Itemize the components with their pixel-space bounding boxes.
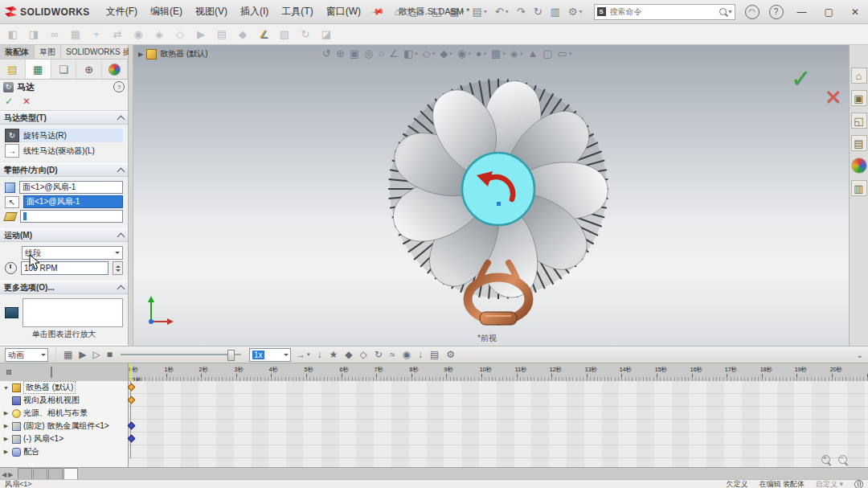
search-icon[interactable] xyxy=(719,8,727,15)
key-diamond[interactable] xyxy=(128,422,136,430)
tab-scroll-buttons[interactable]: ◀▶ xyxy=(2,471,13,479)
文件(F)[interactable]: 文件(F) xyxy=(106,5,137,18)
propertymanager-tab[interactable]: ▦ xyxy=(26,59,51,79)
motor-direction-field[interactable]: 面<1>@风扇-1 xyxy=(23,195,123,208)
help-icon[interactable]: ? xyxy=(769,5,784,19)
animation-wizard-icon[interactable]: ★ xyxy=(330,349,338,360)
filter-selected-icon[interactable] xyxy=(38,370,43,375)
section-motor-type[interactable]: 马达类型(T) xyxy=(0,111,128,125)
插入(I)[interactable]: 插入(I) xyxy=(240,5,268,18)
cancel-button[interactable]: ✕ xyxy=(23,96,31,107)
timeline-zoom-out-icon[interactable]: − xyxy=(838,455,847,464)
calculate-icon[interactable]: ▦ xyxy=(63,349,72,360)
stop-icon[interactable]: ■ xyxy=(107,349,113,360)
user-account-icon[interactable]: ◠ xyxy=(745,5,760,19)
pin-icon[interactable]: 📌 xyxy=(370,4,385,19)
measure-icon[interactable]: ∠ xyxy=(254,27,273,43)
edit-component-icon[interactable]: ◧ xyxy=(3,27,23,43)
study-tab[interactable] xyxy=(63,468,78,479)
pm-help-icon[interactable]: ? xyxy=(113,81,125,92)
collapse-motionmanager-icon[interactable]: ⌄ xyxy=(857,351,863,359)
section-icon[interactable]: ◪ xyxy=(317,27,336,43)
tree-row[interactable]: ▶ (固定) 散热金属组件<1> xyxy=(0,420,128,433)
smart-fasteners-icon[interactable]: + xyxy=(87,27,106,43)
expand-arrow-icon[interactable]: ▶ xyxy=(2,410,10,416)
playback-speed-combo[interactable]: 1x xyxy=(249,348,291,362)
linear-motor-option[interactable]: → 线性马达(驱动器)(L) xyxy=(5,144,123,158)
command-search[interactable]: S ▾ xyxy=(594,4,735,20)
study-tab[interactable] xyxy=(33,468,47,479)
motor-location-field[interactable]: 面<1>@风扇-1 xyxy=(19,181,123,194)
resources-home-icon[interactable]: ⌂ xyxy=(851,68,867,84)
contact-icon[interactable]: ◉ xyxy=(402,349,410,360)
interference-detection-icon[interactable]: ▧ xyxy=(275,27,294,43)
key-diamond[interactable] xyxy=(128,396,136,404)
motor-icon[interactable]: ↻ xyxy=(375,349,383,360)
zoom-fit-icon[interactable]: ⊕ xyxy=(336,47,345,59)
play-from-start-icon[interactable]: ▶ xyxy=(79,349,86,360)
expand-arrow-icon[interactable]: ▶ xyxy=(138,51,143,58)
save-icon[interactable]: ▦ xyxy=(449,6,464,18)
new-file-icon[interactable]: ▢ xyxy=(409,6,424,18)
linear-component-pattern-icon[interactable]: ▦ xyxy=(66,27,85,43)
mate-icon[interactable]: ∞ xyxy=(45,27,64,43)
new-motion-study-icon[interactable]: ▶ xyxy=(191,27,211,43)
file-explorer-icon[interactable]: ◱ xyxy=(851,113,867,129)
home-icon[interactable]: ⌂ xyxy=(395,6,401,18)
confirmation-ok-icon[interactable]: ✓ xyxy=(791,64,811,92)
exploded-view-icon[interactable]: ◆ xyxy=(233,27,252,43)
globe-icon[interactable] xyxy=(854,480,863,488)
section-component-direction[interactable]: 零部件/方向(D) xyxy=(0,163,128,177)
options-gear-icon[interactable]: ⚙ xyxy=(568,6,583,18)
filter-driving-icon[interactable] xyxy=(27,370,32,375)
gravity-icon[interactable]: ↓ xyxy=(418,349,423,360)
ok-button[interactable]: ✓ xyxy=(5,96,13,107)
component-to-move-field[interactable] xyxy=(20,210,123,223)
redo-icon[interactable]: ↷ xyxy=(517,6,526,18)
add-key-icon[interactable]: ◇ xyxy=(360,349,367,360)
show-hidden-components-icon[interactable]: ◉ xyxy=(129,27,148,43)
tree-row[interactable]: ▶ 配合 xyxy=(0,445,128,458)
flyout-feature-tree[interactable]: ▶ 散热器 (默认) xyxy=(138,48,208,59)
speed-field[interactable]: 100 RPM xyxy=(21,261,108,275)
tab-sketch[interactable]: 草图 xyxy=(35,45,61,59)
编辑(E)[interactable]: 编辑(E) xyxy=(150,5,182,18)
tree-row[interactable]: ▶ 光源、相机与布景 xyxy=(0,407,128,420)
view-palette-icon[interactable]: ▤ xyxy=(851,135,867,151)
insert-components-icon[interactable]: ◨ xyxy=(24,27,43,43)
play-icon[interactable]: ▷ xyxy=(93,349,100,360)
expand-arrow-icon[interactable]: ▶ xyxy=(2,449,10,455)
design-library-icon[interactable]: ▣ xyxy=(851,90,867,106)
undo-view-icon[interactable]: ↺ xyxy=(322,47,331,59)
custom-properties-icon[interactable]: ▥ xyxy=(851,180,867,196)
slider-knob[interactable] xyxy=(227,350,235,361)
工具(T)[interactable]: 工具(T) xyxy=(281,5,313,18)
timeline-slider[interactable] xyxy=(121,354,241,355)
timeline-zoom-in-icon[interactable]: + xyxy=(821,455,830,464)
expand-arrow-icon[interactable]: ▶ xyxy=(2,436,10,442)
tab-assembly[interactable]: 装配体 xyxy=(0,45,35,59)
filter-all-icon[interactable] xyxy=(6,370,11,375)
sheet-icon[interactable]: ▥ xyxy=(551,6,560,18)
open-icon[interactable]: ◱ xyxy=(432,6,441,18)
assembly-features-icon[interactable]: ◈ xyxy=(149,27,169,43)
fan-heatsink-model[interactable] xyxy=(366,56,631,342)
bill-of-materials-icon[interactable]: ▤ xyxy=(212,27,231,43)
timeline-playhead[interactable] xyxy=(130,363,132,381)
filter-results-icon[interactable] xyxy=(48,365,55,379)
spring-icon[interactable]: ≈ xyxy=(390,349,395,360)
tree-row[interactable]: 视向及相机视图 xyxy=(0,394,128,407)
timeline-ruler[interactable]: 0秒1秒2秒3秒4秒5秒6秒7秒8秒9秒10秒11秒12秒13秒14秒15秒16… xyxy=(129,363,868,382)
appearances-tab[interactable] xyxy=(102,59,128,79)
save-animation-icon[interactable]: ↓ xyxy=(317,349,322,360)
filter-animated-icon[interactable] xyxy=(17,370,22,375)
playback-mode-icon[interactable]: → xyxy=(296,349,310,360)
study-type-dropdown[interactable]: 动画 xyxy=(5,348,48,362)
fan-hub[interactable] xyxy=(462,153,534,225)
key-diamond[interactable] xyxy=(128,435,136,443)
reverse-direction-button[interactable]: ↖ xyxy=(5,196,19,208)
视图(V)[interactable]: 视图(V) xyxy=(195,5,227,18)
speed-spinner[interactable] xyxy=(113,261,123,275)
undo-icon[interactable]: ↶ xyxy=(495,6,509,18)
motion-graph-preview[interactable] xyxy=(23,298,123,327)
